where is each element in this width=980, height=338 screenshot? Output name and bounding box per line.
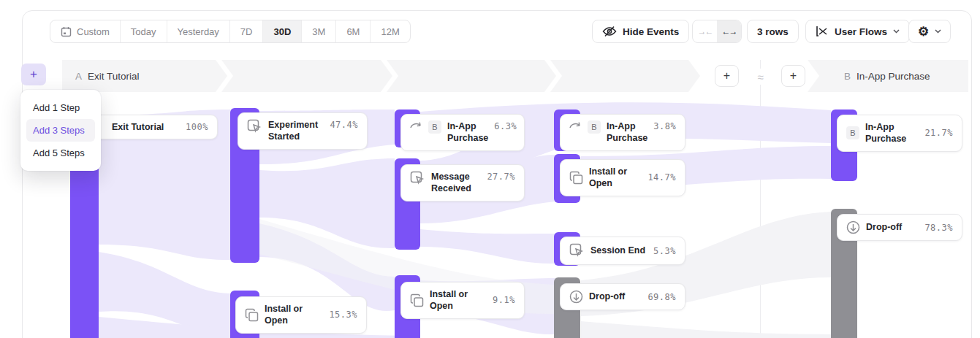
goal-b-badge: B xyxy=(846,126,859,139)
node-in-app-purchase-b[interactable]: B In-App Purchase 21.7% xyxy=(837,115,962,152)
hide-events-label: Hide Events xyxy=(623,26,679,37)
node-in-app-purchase[interactable]: B In-App Purchase 3.8% xyxy=(560,114,685,151)
settings-button[interactable]: ⚙ xyxy=(908,20,951,43)
node-percent: 6.3% xyxy=(494,121,517,131)
screens-icon xyxy=(569,171,583,185)
step-header-b: B In-App Purchase xyxy=(808,60,968,92)
hide-events-button[interactable]: Hide Events xyxy=(592,20,689,43)
calendar-icon xyxy=(61,26,72,37)
node-label: Install or Open xyxy=(589,166,642,190)
step-letter: A xyxy=(75,71,82,82)
screens-icon xyxy=(410,293,424,307)
step-header-segment xyxy=(550,60,700,92)
plus-icon: + xyxy=(790,69,797,82)
anywhere-arrow-icon xyxy=(410,120,422,129)
menu-item-add-3-steps[interactable]: Add 3 Steps xyxy=(26,119,95,142)
toolbar: Custom Today Yesterday 7D 30D 3M 6M 12M … xyxy=(0,20,980,43)
user-flows-icon xyxy=(816,26,829,37)
node-install-or-open[interactable]: Install or Open 14.7% xyxy=(560,159,685,196)
date-range-label: Custom xyxy=(77,26,110,37)
add-step-menu: Add 1 Step Add 3 Steps Add 5 Steps xyxy=(20,90,101,171)
date-range-today[interactable]: Today xyxy=(120,20,167,42)
node-percent: 3.8% xyxy=(653,121,676,131)
collapse-columns-button[interactable]: →← xyxy=(693,20,717,42)
node-label: In-App Purchase xyxy=(607,120,647,145)
date-range-6m[interactable]: 6M xyxy=(335,20,370,42)
node-percent: 47.4% xyxy=(330,120,358,130)
view-selector-button[interactable]: User Flows xyxy=(805,20,910,43)
step-header-a: A Exit Tutorial xyxy=(62,60,227,92)
expand-columns-button[interactable]: ←→ xyxy=(717,20,741,42)
collapse-icon: →← xyxy=(698,26,713,37)
step-letter: B xyxy=(844,71,851,82)
node-exit-tutorial[interactable]: Exit Tutorial 100% xyxy=(83,115,218,139)
node-label: Exit Tutorial xyxy=(112,121,164,133)
plus-icon: + xyxy=(723,69,730,82)
node-percent: 9.1% xyxy=(493,295,515,305)
goal-b-badge: B xyxy=(428,120,441,134)
date-range-custom[interactable]: Custom xyxy=(50,20,120,42)
node-label: In-App Purchase xyxy=(865,121,919,145)
node-drop-off-b[interactable]: Drop-off 78.3% xyxy=(837,214,962,241)
node-label: Drop-off xyxy=(866,221,902,233)
event-icon xyxy=(569,243,585,258)
approx-divider-symbol: ≈ xyxy=(751,69,770,85)
menu-item-add-1-step[interactable]: Add 1 Step xyxy=(26,96,95,119)
step-title: In-App Purchase xyxy=(856,71,930,82)
node-label: Experiment Started xyxy=(268,119,324,143)
step-header-segment xyxy=(387,60,556,92)
add-step-before-button[interactable]: + xyxy=(21,64,46,85)
node-install-or-open[interactable]: Install or Open 9.1% xyxy=(400,282,525,319)
node-label: In-App Purchase xyxy=(447,120,488,145)
node-percent: 14.7% xyxy=(647,172,676,183)
node-percent: 5.3% xyxy=(653,246,676,256)
node-label: Drop-off xyxy=(589,291,625,302)
node-experiment-started[interactable]: Experiment Started 47.4% xyxy=(238,112,368,150)
node-in-app-purchase[interactable]: B In-App Purchase 6.3% xyxy=(400,114,525,151)
node-drop-off[interactable]: Drop-off 69.8% xyxy=(560,283,685,310)
node-percent: 100% xyxy=(186,122,208,132)
date-range-control: Custom Today Yesterday 7D 30D 3M 6M 12M xyxy=(50,20,411,43)
date-range-30d[interactable]: 30D xyxy=(262,20,301,42)
chevron-down-icon xyxy=(935,29,941,34)
date-range-yesterday[interactable]: Yesterday xyxy=(167,20,229,42)
step-title: Exit Tutorial xyxy=(88,71,140,82)
rows-label: 3 rows xyxy=(757,26,789,37)
chevron-down-icon xyxy=(893,29,900,34)
event-icon xyxy=(247,119,262,134)
eye-off-icon xyxy=(602,26,617,37)
node-install-or-open[interactable]: Install or Open 15.3% xyxy=(235,296,367,334)
node-label: Install or Open xyxy=(430,288,487,312)
node-percent: 78.3% xyxy=(924,223,953,233)
goal-b-badge: B xyxy=(588,120,601,134)
node-session-end[interactable]: Session End 5.3% xyxy=(560,237,685,265)
add-step-end-button[interactable]: + xyxy=(715,65,739,87)
date-range-3m[interactable]: 3M xyxy=(301,20,335,42)
node-label: Session End xyxy=(590,245,645,256)
date-range-12m[interactable]: 12M xyxy=(370,20,409,42)
user-flows-screen: Custom Today Yesterday 7D 30D 3M 6M 12M … xyxy=(0,0,980,338)
menu-item-add-5-steps[interactable]: Add 5 Steps xyxy=(26,142,95,164)
node-label: Message Received xyxy=(431,171,481,195)
node-percent: 21.7% xyxy=(924,128,953,138)
rows-button[interactable]: 3 rows xyxy=(747,20,799,43)
node-label: Install or Open xyxy=(265,303,323,327)
collapse-expand-control: →← ←→ xyxy=(692,20,742,43)
steps-divider-line xyxy=(760,60,761,338)
plus-icon: + xyxy=(30,67,37,82)
step-header-segment xyxy=(221,60,392,92)
event-icon xyxy=(410,171,425,186)
node-message-received[interactable]: Message Received 27.7% xyxy=(400,164,525,201)
expand-icon: ←→ xyxy=(722,26,737,37)
date-range-7d[interactable]: 7D xyxy=(229,20,263,42)
node-percent: 69.8% xyxy=(647,292,676,302)
drop-off-icon xyxy=(846,220,860,234)
view-selector-label: User Flows xyxy=(835,26,887,37)
gear-icon: ⚙ xyxy=(918,26,929,38)
anywhere-arrow-icon xyxy=(569,120,582,129)
drop-off-icon xyxy=(569,290,583,304)
add-step-before-b-button[interactable]: + xyxy=(781,65,805,87)
screens-icon xyxy=(245,308,259,322)
node-percent: 15.3% xyxy=(329,310,357,320)
node-percent: 27.7% xyxy=(487,172,515,182)
